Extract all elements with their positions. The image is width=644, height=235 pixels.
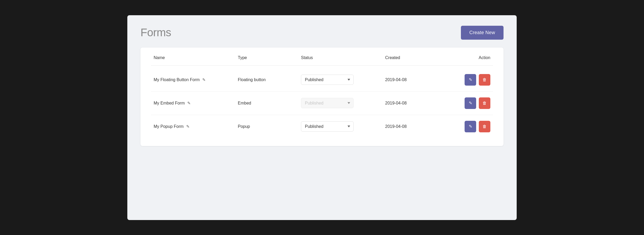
- col-header-action: Action: [448, 55, 490, 60]
- edit-button-1[interactable]: ✎: [465, 74, 476, 86]
- page-header: Forms Create New: [140, 26, 504, 40]
- form-status-select-1[interactable]: Published Draft Archived: [301, 75, 354, 85]
- form-name-text-2: My Embed Form: [154, 101, 185, 106]
- table-row: My Floating Button Form ✎ Floating butto…: [151, 68, 493, 92]
- form-type-2: Embed: [238, 101, 301, 106]
- create-new-button[interactable]: Create New: [461, 26, 504, 40]
- form-status-cell-3: Published Draft Archived: [301, 121, 385, 132]
- table-row: My Popup Form ✎ Popup Published Draft Ar…: [151, 115, 493, 138]
- col-header-type: Type: [238, 55, 301, 60]
- page-title: Forms: [140, 26, 171, 39]
- delete-button-1[interactable]: 🗑: [479, 74, 490, 86]
- edit-name-icon-1[interactable]: ✎: [202, 77, 206, 82]
- form-type-1: Floating button: [238, 77, 301, 82]
- edit-button-3[interactable]: ✎: [465, 121, 476, 132]
- form-name-2: My Embed Form ✎: [154, 101, 238, 106]
- col-header-created: Created: [385, 55, 448, 60]
- form-name-text-3: My Popup Form: [154, 124, 184, 129]
- form-created-2: 2019-04-08: [385, 101, 448, 106]
- col-header-status: Status: [301, 55, 385, 60]
- app-container: Forms Create New Name Type Status Create…: [127, 15, 517, 220]
- trash-icon-1: 🗑: [482, 77, 487, 82]
- delete-button-2[interactable]: 🗑: [479, 97, 490, 109]
- action-buttons-3: ✎ 🗑: [448, 121, 490, 132]
- table-row: My Embed Form ✎ Embed Published Draft Ar…: [151, 92, 493, 115]
- form-status-cell-2: Published Draft Archived: [301, 98, 385, 108]
- trash-icon-3: 🗑: [482, 124, 487, 129]
- table-header: Name Type Status Created Action: [151, 55, 493, 66]
- edit-icon-3: ✎: [469, 124, 472, 129]
- edit-name-icon-2[interactable]: ✎: [187, 101, 191, 106]
- form-created-1: 2019-04-08: [385, 77, 448, 82]
- form-status-cell-1: Published Draft Archived: [301, 75, 385, 85]
- trash-icon-2: 🗑: [482, 101, 487, 106]
- form-status-select-2[interactable]: Published Draft Archived: [301, 98, 354, 108]
- action-buttons-1: ✎ 🗑: [448, 74, 490, 86]
- form-created-3: 2019-04-08: [385, 124, 448, 129]
- action-buttons-2: ✎ 🗑: [448, 97, 490, 109]
- edit-icon-2: ✎: [469, 101, 472, 106]
- form-name-1: My Floating Button Form ✎: [154, 77, 238, 82]
- edit-button-2[interactable]: ✎: [465, 97, 476, 109]
- forms-table: Name Type Status Created Action My Float…: [140, 48, 504, 146]
- form-status-select-3[interactable]: Published Draft Archived: [301, 121, 354, 132]
- delete-button-3[interactable]: 🗑: [479, 121, 490, 132]
- form-name-text-1: My Floating Button Form: [154, 77, 200, 82]
- form-type-3: Popup: [238, 124, 301, 129]
- edit-name-icon-3[interactable]: ✎: [186, 124, 190, 129]
- form-name-3: My Popup Form ✎: [154, 124, 238, 129]
- col-header-name: Name: [154, 55, 238, 60]
- edit-icon-1: ✎: [469, 77, 472, 82]
